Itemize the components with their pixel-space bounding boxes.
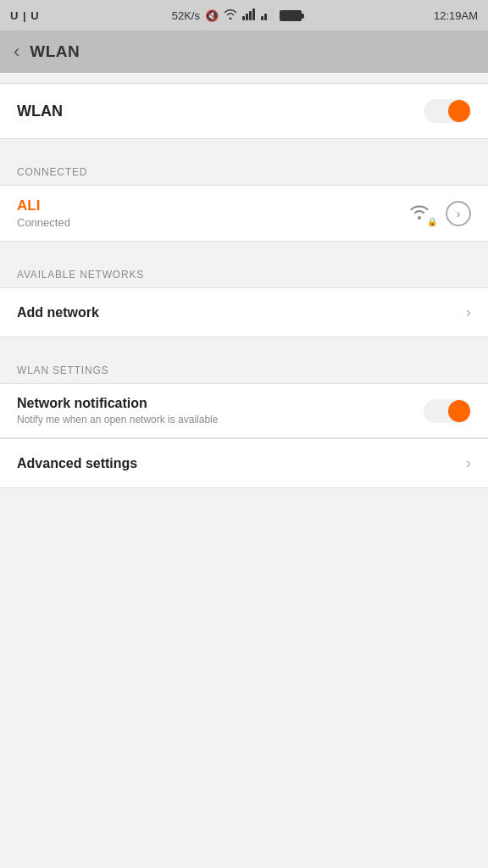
svg-rect-3	[252, 8, 255, 20]
page-title: WLAN	[30, 42, 80, 61]
signal-icon	[242, 8, 256, 23]
available-section-header: AVAILABLE NETWORKS	[0, 255, 488, 287]
notification-info: Network notification Notify me when an o…	[17, 396, 218, 426]
svg-rect-7	[271, 8, 274, 20]
toggle-knob	[448, 100, 470, 122]
notification-toggle[interactable]	[424, 399, 471, 423]
status-center: 52K/s 🔇	[172, 8, 302, 23]
notification-row: Network notification Notify me when an o…	[0, 383, 488, 438]
svg-rect-2	[249, 11, 252, 20]
wifi-lock-icon: 🔒	[407, 202, 437, 225]
network-info: ALI Connected	[17, 198, 70, 229]
add-network-chevron: ›	[466, 303, 471, 321]
advanced-settings-label: Advanced settings	[17, 456, 137, 471]
spacer-3	[0, 337, 488, 351]
settings-section-header: WLAN SETTINGS	[0, 351, 488, 383]
network-icons: 🔒 ›	[407, 201, 471, 226]
add-network-label: Add network	[17, 305, 99, 320]
wifi-icon-status	[224, 8, 237, 22]
advanced-settings-row[interactable]: Advanced settings ›	[0, 438, 488, 488]
svg-rect-5	[264, 14, 267, 20]
notification-title: Network notification	[17, 396, 218, 411]
toolbar: ‹ WLAN	[0, 31, 488, 73]
wlan-toggle[interactable]	[424, 99, 471, 123]
time-label: 12:19AM	[434, 9, 478, 22]
notification-desc: Notify me when an open network is availa…	[17, 414, 218, 426]
battery-icon	[280, 10, 302, 21]
svg-rect-1	[246, 14, 248, 20]
status-bar: U | U 52K/s 🔇	[0, 0, 488, 31]
lock-icon: 🔒	[427, 217, 437, 226]
spacer-1	[0, 139, 488, 153]
connected-network-row[interactable]: ALI Connected 🔒 ›	[0, 185, 488, 242]
content: WLAN CONNECTED ALI Connected 🔒 ›	[0, 83, 488, 488]
carrier-label: U | U	[10, 9, 40, 22]
add-network-row[interactable]: Add network ›	[0, 287, 488, 337]
spacer-2	[0, 242, 488, 255]
notification-toggle-knob	[448, 400, 470, 422]
advanced-settings-chevron: ›	[466, 454, 471, 472]
wlan-label: WLAN	[17, 103, 63, 120]
network-detail-button[interactable]: ›	[446, 201, 471, 226]
network-status: Connected	[17, 216, 70, 229]
network-name: ALI	[17, 198, 70, 214]
mute-icon: 🔇	[205, 9, 219, 22]
wlan-toggle-row: WLAN	[0, 83, 488, 139]
connected-section-header: CONNECTED	[0, 153, 488, 185]
svg-rect-0	[242, 16, 245, 20]
signal2-icon	[261, 8, 274, 23]
chevron-right-icon: ›	[457, 207, 461, 220]
svg-rect-6	[268, 11, 270, 20]
speed-label: 52K/s	[172, 9, 200, 22]
back-button[interactable]: ‹	[14, 42, 19, 61]
svg-rect-4	[261, 16, 263, 20]
